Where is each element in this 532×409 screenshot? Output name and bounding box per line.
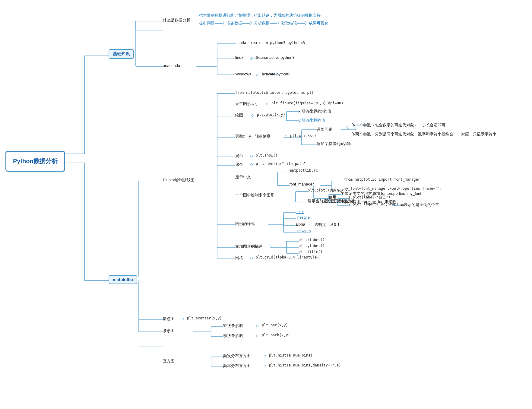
vbar-bullet bbox=[256, 325, 258, 327]
node-show: 展示 bbox=[235, 153, 243, 159]
node-grid: 网格 bbox=[235, 255, 243, 261]
node-plt-title: Plt.plot绘制折线图 bbox=[163, 177, 195, 183]
node-loc-desc: Loc表示的是图例的位置 bbox=[397, 202, 439, 208]
central-node: Python数据分析 bbox=[5, 151, 65, 172]
node-add-string: 添加字符串到x(y)轴 bbox=[317, 141, 351, 147]
node-plt-ylabel: plt.ylabel() bbox=[299, 244, 325, 248]
node-two-params: 传两个参数，分别是两个可迭代对象，数字和字符串最终会一一对应，只显示字符串 bbox=[351, 131, 496, 137]
node-plt-title: plt.title() bbox=[299, 250, 322, 254]
node-show-code: plt.show() bbox=[256, 153, 277, 157]
node-linux-source: Source active python3 bbox=[256, 55, 295, 60]
node-add-desc: 添加图形的描述 bbox=[235, 244, 263, 249]
node-plt-grid: plt.grId(alpha=0.4,linestyle=) bbox=[256, 255, 321, 259]
draw-bullet bbox=[252, 114, 254, 117]
node-freq-density-hist: 频率分布直方图 bbox=[223, 363, 251, 369]
node-plt-scatter: plt.scatter(x,y) bbox=[187, 316, 222, 320]
node-alpha-desc: 透明度，从0-1 bbox=[314, 222, 340, 227]
mind-map: Python数据分析 基础知识 什么是数据分析 把大量的数据进行统计和整理，得出… bbox=[0, 0, 532, 409]
save-bullet bbox=[250, 163, 253, 166]
hbar-bullet bbox=[256, 335, 258, 337]
alpha-bullet bbox=[309, 224, 311, 226]
node-adjust-interval: 调整间距 bbox=[317, 127, 332, 132]
node-scatter: 散点图 bbox=[163, 316, 175, 322]
node-legend2: 2.plot.legend(loc,prop) bbox=[348, 202, 398, 206]
node-plt-barh: plt.barh(x,y) bbox=[262, 333, 290, 337]
node-anaconda: anaconda bbox=[163, 63, 180, 68]
node-figsize: 设置图形大小 bbox=[235, 101, 259, 106]
node-figsize-code: plt.figure(figsize=(20,8),dpi=80) bbox=[271, 101, 343, 105]
node-horizontal-bar: 横状条形图 bbox=[223, 333, 243, 338]
node-interval-desc: 传一个参数（包含数字的可迭代对象），步长合适即可 bbox=[351, 122, 445, 128]
node-histogram: 直方图 bbox=[163, 358, 175, 364]
freq-density-bullet bbox=[264, 365, 266, 367]
adjust-bullet bbox=[285, 135, 287, 138]
node-plt-import: from matplotlib import pyplot as plt bbox=[235, 90, 314, 95]
node-figure-style: 图形的样式 bbox=[235, 221, 255, 227]
show-bullet bbox=[250, 155, 253, 157]
windows-bullet bbox=[256, 74, 258, 76]
node-freq-hist: 频次分布直方图 bbox=[223, 353, 251, 359]
node-conda-create: conda create -n python3 python=3 bbox=[235, 41, 305, 45]
node-plt-xlabel: plt.xlabel() bbox=[299, 238, 325, 242]
node-legend-title: 图例 bbox=[324, 198, 332, 204]
node-font-manager-label: font_manager bbox=[290, 182, 314, 186]
grid-bullet bbox=[250, 257, 253, 259]
node-desc1: 把大量的数据进行统计和整理，得出结论，为后续的决策提供数据支持 bbox=[199, 13, 321, 18]
node-linux: linux bbox=[235, 55, 243, 60]
node-xticks: plt.xticks() bbox=[290, 134, 316, 138]
node-desc2: 提出问题——》准备数据——》分析数据——》获取结论——》成果可视化 bbox=[199, 21, 328, 26]
node-draw: 绘图 bbox=[235, 113, 243, 118]
scatter-bullet bbox=[182, 318, 184, 320]
node-draw-code: plt.plot(x,y) bbox=[257, 113, 285, 117]
node-color: color bbox=[296, 209, 304, 214]
node-linestyle: linestyle bbox=[296, 215, 310, 220]
node-chinese: 显示中文 bbox=[235, 174, 251, 180]
node-adjust-xy: 调整x（y）轴的刻度 bbox=[235, 134, 271, 139]
node-save: 保存 bbox=[235, 162, 243, 167]
figsize-bullet bbox=[266, 103, 268, 105]
freq-hist-bullet bbox=[264, 355, 266, 357]
node-x-desc: x:所有坐标的x的值 bbox=[299, 109, 331, 114]
node-alpha: alpha bbox=[296, 222, 305, 227]
node-from-font-manager: from matplotlib import font_manager bbox=[344, 177, 420, 182]
node-linewidth: linewidth bbox=[296, 229, 311, 233]
branch-jichuzhi: 基础知识 bbox=[109, 49, 134, 59]
interval-bullet bbox=[347, 126, 349, 129]
add-desc-bullet bbox=[270, 246, 272, 248]
node-bar: 条形图 bbox=[163, 328, 175, 334]
node-matplotlib-rc: matplotlib.rc bbox=[290, 168, 318, 173]
connection-lines bbox=[0, 0, 532, 409]
node-plt-bar: plt.bar(x,y) bbox=[262, 323, 288, 327]
node-y-desc: y:所有坐标的值 bbox=[299, 118, 325, 123]
node-my-font: my_font=font_manager.FontProperties(fnam… bbox=[344, 186, 442, 191]
node-plt-hist: plt.hist(a,num_bins) bbox=[269, 353, 313, 357]
node-legend1: 1.plot(label="自己") bbox=[348, 195, 391, 200]
branch-matplotlib: matplotlib bbox=[109, 275, 137, 284]
node-shujufenxi-title: 什么是数据分析 bbox=[163, 17, 190, 23]
node-plt-plot-multi: plt.plot()调用多次 bbox=[308, 188, 344, 193]
linux-bullet bbox=[250, 57, 252, 60]
node-plt-hist-density: plt.hist(a,num_bins,density=True) bbox=[269, 363, 341, 367]
node-windows-activate: activate python3 bbox=[262, 72, 290, 76]
node-savefig: plt.savefig("file_path") bbox=[256, 162, 308, 166]
node-vertical-bar: 竖状条形图 bbox=[223, 323, 243, 328]
node-windows: Windows bbox=[235, 72, 251, 76]
node-multi-figure: 一个图中绘制多个图形 bbox=[235, 192, 274, 198]
